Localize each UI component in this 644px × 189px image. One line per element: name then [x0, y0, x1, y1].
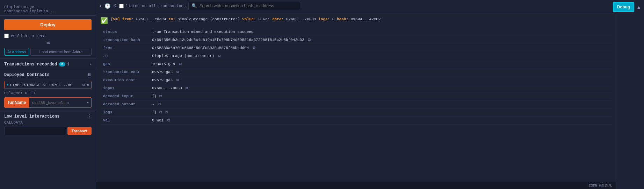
copy-logs2-icon[interactable]: ⧉: [165, 110, 168, 114]
right-panel: Debug ▲: [616, 0, 644, 189]
arrow-down-icon[interactable]: ⬇: [99, 3, 102, 9]
table-row: transaction cost 89579 gas ⧉: [100, 68, 612, 76]
field-key: from: [100, 44, 149, 52]
table-row: input 0x608...70033 ⧉: [100, 84, 612, 92]
field-value: 89579 gas ⧉: [149, 76, 612, 84]
sidebar-title: SimpleStorage – contracts/SimpleSto...: [0, 3, 96, 16]
tx-table: status true Transaction mined and execut…: [100, 28, 612, 125]
publish-ipfs-label: Publish to IPFS: [11, 34, 45, 38]
field-value: SimpleStorage.(constructor) ⧉: [149, 52, 612, 60]
deploy-button[interactable]: Deploy: [4, 19, 92, 30]
transactions-label: Transactions recorded: [4, 62, 57, 67]
footer-bar: CSDN @白鹿凡: [96, 182, 616, 189]
table-row: from 0x5B38Da6a701c568545dCfcB03FcB875f5…: [100, 44, 612, 52]
field-value: {} ⧉: [149, 92, 612, 100]
low-level-header: Low level interactions ⋮: [0, 111, 96, 120]
more-options-icon[interactable]: ⋮: [87, 114, 92, 119]
tx-header-text: [vm] from: 0x5B3...eddC4 to: SimpleStora…: [111, 16, 381, 22]
load-contract-button[interactable]: Load contract from Addre: [30, 48, 92, 56]
search-icon: 🔍: [191, 3, 197, 9]
transaction-container: ✅ [vm] from: 0x5B3...eddC4 to: SimpleSto…: [96, 12, 616, 182]
debug-button[interactable]: Debug: [613, 2, 634, 12]
transaction-count: 0: [113, 3, 116, 9]
copy-execcost-icon[interactable]: ⧉: [176, 78, 179, 82]
field-key: to: [100, 52, 149, 60]
calldata-row: Transact: [0, 125, 96, 136]
field-key: transaction cost: [100, 68, 149, 76]
field-value: [] ⧉ ⧉: [149, 108, 612, 117]
field-value: 0x694356bb3c12d2dc6c4d819a15fc708b74d595…: [149, 36, 612, 44]
copy-gas-icon[interactable]: ⧉: [179, 62, 182, 66]
table-row: decoded input {} ⧉: [100, 92, 612, 100]
field-key: gas: [100, 60, 149, 68]
copy-txhash-icon[interactable]: ⧉: [308, 38, 311, 42]
contract-chevron-icon[interactable]: ▼: [7, 83, 9, 87]
copy-decodedinput-icon[interactable]: ⧉: [159, 94, 162, 98]
listen-all-checkbox[interactable]: [119, 4, 124, 8]
field-key: execution cost: [100, 76, 149, 84]
field-value: 89579 gas ⧉: [149, 68, 612, 76]
copy-decodedoutput-icon[interactable]: ⧉: [158, 102, 161, 106]
right-top: Debug ▲: [613, 2, 641, 12]
chevron-right-icon[interactable]: ›: [89, 62, 92, 67]
logs-value: []: [152, 110, 157, 114]
field-value: 0x608...70033 ⧉: [149, 84, 612, 92]
field-key: logs: [100, 108, 149, 117]
tx-header-row: ✅ [vm] from: 0x5B3...eddC4 to: SimpleSto…: [100, 14, 612, 27]
copy-input-icon[interactable]: ⧉: [186, 86, 188, 90]
field-value: 0x5B38Da6a701c568545dCfcB03FcB875f56bedd…: [149, 44, 612, 52]
close-contract-icon[interactable]: ✕: [87, 83, 89, 87]
at-address-button[interactable]: At Address: [4, 48, 29, 56]
search-bar: 🔍: [188, 2, 300, 10]
main-content: ⬇ 🕐 0 listen on all transactions 🔍 ✅ [vm…: [96, 0, 616, 189]
calldata-input[interactable]: [4, 127, 66, 135]
field-value: true Transaction mined and execution suc…: [149, 28, 612, 36]
footer-credit: CSDN @白鹿凡: [589, 184, 612, 188]
table-row: logs [] ⧉ ⧉: [100, 108, 612, 117]
field-key: decoded input: [100, 92, 149, 100]
topbar: ⬇ 🕐 0 listen on all transactions 🔍: [96, 0, 616, 12]
copy-txcost-icon[interactable]: ⧉: [176, 70, 179, 74]
contract-item: ▼ SIMPLESTORAGE AT 0X7EF...8C ⧉ ✕: [4, 81, 92, 89]
copy-val-icon[interactable]: ⧉: [167, 118, 170, 122]
table-row: decoded output - ⧉: [100, 100, 612, 108]
search-input[interactable]: [199, 4, 297, 8]
fun-name-row: funName ▾: [4, 97, 92, 108]
or-divider: OR: [0, 40, 96, 47]
copy-logs-icon[interactable]: ⧉: [159, 110, 162, 114]
fun-name-input[interactable]: [29, 99, 84, 106]
fun-name-chevron-icon[interactable]: ▾: [85, 99, 91, 107]
trash-icon[interactable]: 🗑: [87, 72, 92, 77]
decoded-input-value: {}: [152, 94, 157, 98]
calldata-label: CALLDATA: [0, 120, 96, 125]
table-row: execution cost 89579 gas ⧉: [100, 76, 612, 84]
field-value: 103016 gas ⧉: [149, 60, 612, 68]
table-row: val 0 wei ⧉: [100, 117, 612, 125]
table-row: to SimpleStorage.(constructor) ⧉: [100, 52, 612, 60]
field-value: 0 wei ⧉: [149, 117, 612, 125]
copy-to-icon[interactable]: ⧉: [218, 54, 221, 58]
tx-success-icon: ✅: [100, 17, 108, 24]
clock-icon[interactable]: 🕐: [104, 3, 110, 9]
listen-label: listen on all transactions: [126, 4, 186, 8]
balance-row: Balance: 0 ETH: [0, 90, 96, 96]
transactions-badge: 5: [59, 62, 65, 66]
copy-contract-icon[interactable]: ⧉: [82, 83, 85, 87]
deployed-contracts-label: Deployed Contracts: [4, 72, 87, 77]
copy-from-icon[interactable]: ⧉: [253, 46, 255, 50]
low-level-label: Low level interactions: [4, 114, 87, 119]
transactions-row: Transactions recorded 5 ℹ ›: [0, 58, 96, 70]
listen-checkbox-row: listen on all transactions: [119, 4, 186, 8]
collapse-button[interactable]: ▲: [636, 4, 641, 10]
field-key: input: [100, 84, 149, 92]
transact-button[interactable]: Transact: [67, 127, 92, 135]
table-row: status true Transaction mined and execut…: [100, 28, 612, 36]
field-key: status: [100, 28, 149, 36]
contract-name: SIMPLESTORAGE AT 0X7EF...8C: [10, 83, 81, 87]
fun-name-button[interactable]: funName: [5, 98, 29, 107]
deployed-contracts-header: Deployed Contracts 🗑: [0, 70, 96, 79]
publish-ipfs-checkbox[interactable]: [4, 34, 9, 38]
table-row: gas 103016 gas ⧉: [100, 60, 612, 68]
address-row: At Address Load contract from Addre: [0, 47, 96, 57]
info-icon[interactable]: ℹ: [67, 62, 69, 67]
